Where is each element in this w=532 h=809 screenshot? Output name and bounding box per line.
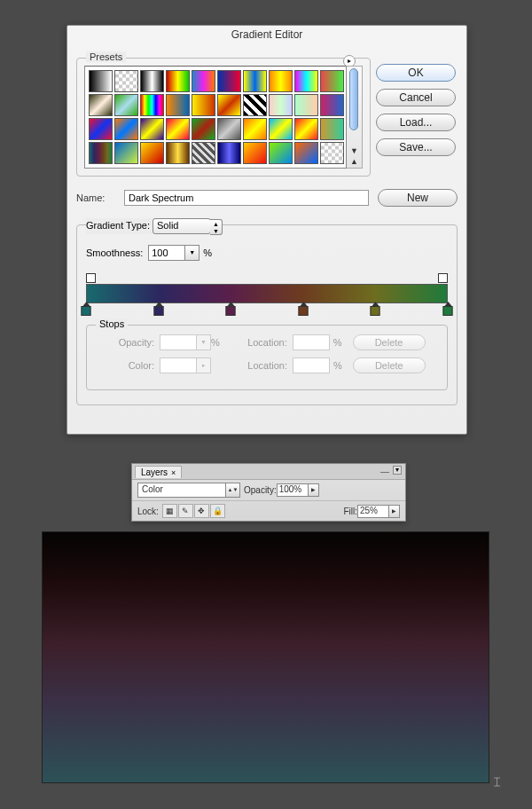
lock-position-icon[interactable]: ✥ (194, 504, 209, 518)
preset-swatch[interactable] (243, 118, 267, 140)
preset-swatch[interactable] (269, 70, 293, 92)
color-stop[interactable] (371, 306, 380, 316)
preset-swatch[interactable] (192, 118, 215, 140)
delete-opacity-stop-button: Delete (353, 334, 426, 350)
preset-swatch[interactable] (294, 118, 318, 140)
name-input[interactable] (124, 190, 369, 206)
color-stop[interactable] (443, 306, 453, 316)
gradient-type-label: Gradient Type: Solid ▲▼ (86, 218, 215, 234)
ok-button[interactable]: OK (376, 64, 456, 82)
preset-swatch[interactable] (89, 94, 113, 116)
gradient-editor-dialog: Gradient Editor Presets ▸ ▲ ▼ OK Cancel … (66, 25, 467, 435)
preset-swatch[interactable] (192, 142, 215, 164)
preset-swatch[interactable] (166, 70, 190, 92)
preset-swatch[interactable] (320, 118, 344, 140)
preset-swatch[interactable] (294, 94, 318, 116)
panel-menu-icon[interactable]: ▾ (393, 466, 402, 475)
color-dropdown: ▸ (197, 357, 211, 373)
preset-swatch[interactable] (140, 70, 164, 92)
opacity-stop-right[interactable] (438, 273, 448, 283)
gradient-bar-area (86, 273, 448, 316)
opacity-stop-left[interactable] (86, 273, 96, 283)
opacity-label: Opacity: (244, 485, 277, 495)
color-location-label: Location: (229, 360, 287, 371)
preset-swatch[interactable] (192, 70, 215, 92)
opacity-location-label: Location: (229, 337, 287, 348)
lock-all-icon[interactable]: 🔒 (210, 504, 225, 518)
color-stop[interactable] (153, 306, 163, 316)
preset-swatch[interactable] (140, 94, 164, 116)
chevron-updown-icon[interactable]: ▲▼ (226, 483, 240, 498)
gradient-type-select[interactable]: Solid ▲▼ (153, 218, 211, 234)
opacity-stop-label: Opacity: (96, 337, 154, 348)
presets-grid (84, 66, 347, 169)
preset-swatch[interactable] (243, 94, 267, 116)
preset-swatch[interactable] (294, 142, 318, 164)
preset-swatch[interactable] (269, 142, 293, 164)
preset-swatch[interactable] (217, 94, 241, 116)
preset-swatch[interactable] (114, 70, 138, 92)
color-stop[interactable] (82, 306, 91, 316)
preset-swatch[interactable] (89, 118, 113, 140)
preset-swatch[interactable] (320, 142, 344, 164)
cancel-button[interactable]: Cancel (376, 89, 456, 106)
blend-mode-select[interactable]: Color (137, 483, 226, 498)
lock-transparency-icon[interactable]: ▦ (162, 504, 177, 518)
preset-swatch[interactable] (243, 70, 267, 92)
canvas-preview (42, 531, 489, 783)
color-stop[interactable] (226, 306, 236, 316)
stops-label: Stops (96, 318, 128, 329)
preset-swatch[interactable] (166, 94, 190, 116)
preset-swatch[interactable] (140, 142, 164, 164)
smoothness-dropdown[interactable]: ▼ (185, 245, 200, 261)
preset-swatch[interactable] (89, 142, 113, 164)
preset-swatch[interactable] (114, 94, 138, 116)
preset-swatch[interactable] (269, 118, 293, 140)
color-stop[interactable] (298, 306, 308, 316)
opacity-unit: % (211, 337, 220, 348)
preset-swatch[interactable] (320, 70, 344, 92)
preset-swatch[interactable] (166, 118, 190, 140)
stops-group: Stops Opacity: ▼ % Location: % Delete Co… (86, 325, 448, 390)
presets-scrollbar[interactable]: ▲ ▼ (347, 66, 363, 169)
dialog-title: Gradient Editor (67, 26, 466, 42)
close-tab-icon[interactable]: × (171, 468, 176, 477)
fill-flyout[interactable]: ▶ (389, 505, 400, 518)
opacity-flyout[interactable]: ▶ (309, 483, 319, 497)
scrollbar-thumb[interactable] (349, 68, 358, 130)
save-button[interactable]: Save... (376, 138, 456, 156)
minimize-icon[interactable]: — (380, 467, 389, 476)
preset-swatch[interactable] (269, 94, 293, 116)
opacity-input[interactable]: 100% (277, 483, 309, 497)
smoothness-input[interactable] (148, 245, 185, 261)
load-button[interactable]: Load... (376, 114, 456, 131)
scroll-down-icon[interactable]: ▼ (350, 146, 358, 155)
opacity-dropdown: ▼ (197, 334, 211, 350)
delete-color-stop-button: Delete (353, 357, 426, 373)
opacity-location-unit: % (333, 337, 342, 348)
color-well (160, 357, 197, 373)
preset-swatch[interactable] (114, 118, 138, 140)
lock-label: Lock: (137, 507, 159, 516)
color-location-unit: % (333, 360, 342, 371)
preset-swatch[interactable] (243, 142, 267, 164)
preset-swatch[interactable] (114, 142, 138, 164)
preset-swatch[interactable] (217, 142, 241, 164)
preset-swatch[interactable] (140, 118, 164, 140)
fill-input[interactable]: 25% (357, 505, 389, 518)
lock-pixels-icon[interactable]: ✎ (178, 504, 193, 518)
opacity-input (160, 334, 197, 350)
preset-swatch[interactable] (217, 118, 241, 140)
preset-swatch[interactable] (294, 70, 318, 92)
presets-group: Presets ▸ ▲ ▼ (76, 58, 371, 177)
scroll-up-icon[interactable]: ▲ (350, 157, 358, 166)
layers-tab[interactable]: Layers× (135, 466, 182, 478)
gradient-bar[interactable] (86, 284, 448, 303)
preset-swatch[interactable] (217, 70, 241, 92)
preset-swatch[interactable] (89, 70, 113, 92)
chevron-updown-icon: ▲▼ (210, 219, 223, 235)
preset-swatch[interactable] (192, 94, 215, 116)
preset-swatch[interactable] (320, 94, 344, 116)
preset-swatch[interactable] (166, 142, 190, 164)
new-button[interactable]: New (378, 189, 458, 207)
